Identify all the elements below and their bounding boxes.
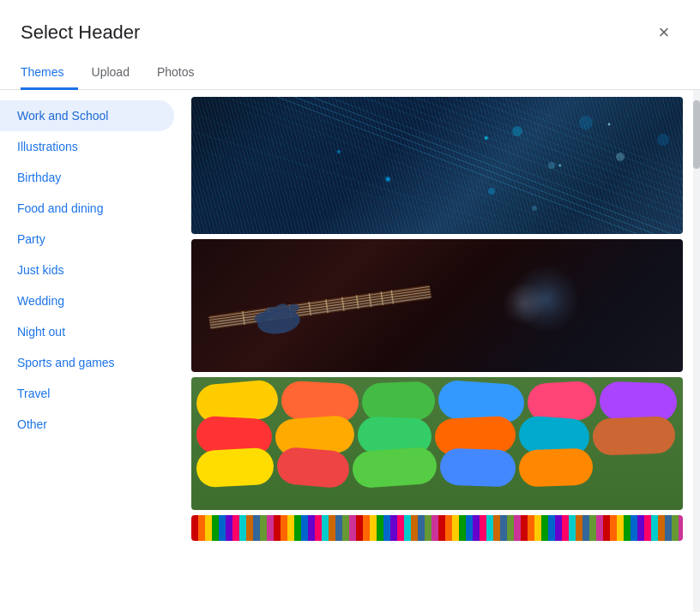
dialog-header: Select Header × [0,0,700,48]
svg-point-29 [532,206,537,211]
theme-image-4[interactable] [191,515,683,541]
svg-point-21 [548,162,555,169]
sidebar-item-illustrations[interactable]: Illustrations [0,131,174,162]
svg-point-24 [657,134,669,146]
sidebar: Work and School Illustrations Birthday F… [0,90,184,612]
sidebar-item-travel[interactable]: Travel [0,378,174,409]
candy-17 [518,448,593,488]
candy-container [191,377,683,510]
svg-line-11 [208,97,569,234]
candy-15 [352,447,438,489]
sidebar-item-other[interactable]: Other [0,409,174,440]
tab-photos[interactable]: Photos [143,57,208,90]
images-panel [184,90,693,612]
img1-svg [191,97,683,234]
theme-image-1[interactable] [191,97,683,234]
content-area: Work and School Illustrations Birthday F… [0,90,700,612]
sidebar-item-food-and-dining[interactable]: Food and dining [0,193,174,224]
sidebar-item-night-out[interactable]: Night out [0,316,174,347]
svg-line-45 [209,291,430,322]
svg-point-22 [579,116,593,129]
sidebar-item-work-and-school[interactable]: Work and School [0,100,174,131]
svg-line-14 [466,97,683,234]
svg-line-16 [500,97,683,234]
candy-14 [275,446,350,489]
svg-line-46 [210,294,431,325]
svg-line-44 [209,289,430,320]
svg-line-2 [311,97,672,234]
scrollbar-thumb[interactable] [693,100,700,169]
dialog-title: Select Header [21,21,140,44]
candy-16 [439,447,516,487]
svg-line-18 [191,131,534,234]
svg-point-23 [616,153,625,161]
scrollbar-track [693,90,700,612]
tabs-row: Themes Upload Photos [0,57,700,90]
select-header-dialog: Select Header × Themes Upload Photos Wor… [0,0,700,612]
tab-upload[interactable]: Upload [78,57,143,90]
sidebar-item-sports-and-games[interactable]: Sports and games [0,347,174,378]
candy-13 [196,447,275,489]
img2-flare2 [503,282,546,325]
guitar-svg [208,255,449,357]
theme-image-3[interactable] [191,377,683,510]
theme-image-2[interactable] [191,239,683,372]
svg-point-20 [512,126,522,136]
sidebar-item-party[interactable]: Party [0,224,174,255]
close-button[interactable]: × [649,17,679,48]
svg-line-1 [294,97,655,234]
tab-themes[interactable]: Themes [21,57,78,90]
sidebar-item-birthday[interactable]: Birthday [0,162,174,193]
candy-3 [361,381,436,423]
sidebar-item-wedding[interactable]: Wedding [0,285,174,316]
sidebar-item-just-kids[interactable]: Just kids [0,255,174,285]
svg-point-28 [488,188,495,195]
svg-line-8 [226,97,586,234]
candy-6 [599,381,678,422]
svg-line-19 [191,148,517,234]
candy-12 [592,416,675,455]
